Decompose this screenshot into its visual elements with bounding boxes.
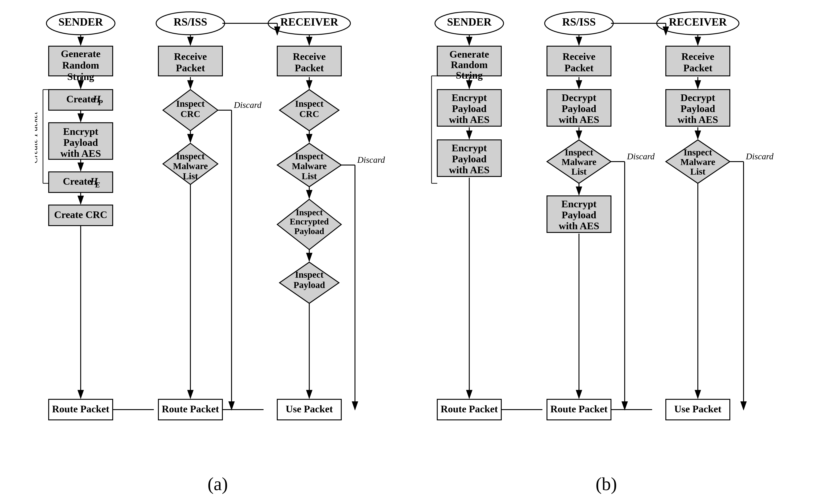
svg-text:CRC: CRC [299,109,319,119]
svg-text:Inspect: Inspect [295,270,323,280]
page: SENDER Generate Random String Create H P… [0,0,824,504]
svg-text:Use Packet: Use Packet [286,403,333,415]
svg-text:Packet: Packet [176,63,205,74]
svg-text:Payload: Payload [294,226,324,236]
svg-text:Create: Create [66,94,95,105]
svg-text:SENDER: SENDER [58,16,103,28]
svg-text:Inspect: Inspect [295,99,323,109]
svg-text:Random: Random [451,59,488,71]
svg-text:Discard: Discard [234,100,262,110]
svg-text:Use Packet: Use Packet [674,403,721,415]
flowchart-a: SENDER Generate Random String Create H P… [35,10,401,467]
svg-text:CRC: CRC [180,109,200,119]
svg-text:Payload: Payload [452,103,487,114]
svg-text:Payload: Payload [561,209,596,221]
svg-text:Route Packet: Route Packet [162,403,219,415]
svg-text:List: List [183,171,198,181]
svg-text:Random: Random [62,60,99,71]
svg-text:Encrypt: Encrypt [452,92,487,103]
svg-text:Decrypt: Decrypt [561,92,596,103]
svg-text:Encrypt: Encrypt [452,142,487,154]
svg-text:with AES: with AES [449,164,489,176]
svg-text:Receive: Receive [681,51,714,62]
svg-text:Payload: Payload [452,154,487,165]
svg-text:Encrypted: Encrypted [290,217,329,226]
svg-text:with AES: with AES [678,114,718,125]
svg-text:Generate: Generate [61,48,100,60]
svg-text:Inspect: Inspect [296,208,323,217]
svg-text:Inspect: Inspect [176,99,205,109]
svg-text:P: P [98,98,103,107]
svg-text:Inspect: Inspect [684,147,712,158]
svg-text:Payload: Payload [294,280,325,290]
svg-text:Encrypt: Encrypt [63,126,98,137]
svg-text:RS/ISS: RS/ISS [562,16,596,28]
svg-text:Packet: Packet [564,63,593,74]
svg-text:with AES: with AES [60,148,101,159]
svg-text:Receive: Receive [293,51,325,62]
svg-text:Receive: Receive [562,51,595,62]
svg-text:Payload: Payload [681,103,715,114]
svg-text:Decrypt: Decrypt [681,92,715,103]
svg-text:Payload: Payload [63,137,98,148]
svg-text:RS/ISS: RS/ISS [174,16,207,28]
svg-text:Inspect: Inspect [295,151,323,162]
svg-text:RECEIVER: RECEIVER [669,16,727,28]
diagram-b: SENDER Generate Random String Create Pac… [424,10,789,494]
svg-text:Inspect: Inspect [176,151,205,162]
caption-a: (a) [208,474,228,494]
svg-text:Packet: Packet [683,63,712,74]
svg-text:List: List [690,167,705,177]
svg-text:List: List [302,171,317,181]
svg-text:Malware: Malware [680,157,715,167]
svg-text:RECEIVER: RECEIVER [280,16,338,28]
svg-text:Packet: Packet [295,63,324,74]
diagram-a: SENDER Generate Random String Create H P… [35,10,401,494]
svg-text:with AES: with AES [449,114,489,125]
svg-text:Create CRC: Create CRC [54,209,107,220]
svg-text:Create Packet: Create Packet [35,112,39,164]
svg-text:Create: Create [63,176,91,187]
svg-text:Route Packet: Route Packet [440,403,498,415]
svg-text:Receive: Receive [174,51,207,62]
svg-text:Encrypt: Encrypt [561,198,597,210]
svg-text:with AES: with AES [558,220,599,231]
svg-text:E: E [95,181,100,189]
svg-text:Inspect: Inspect [564,147,593,158]
svg-text:Malware: Malware [292,161,327,171]
svg-text:Discard: Discard [357,155,385,165]
svg-text:Malware: Malware [561,157,596,167]
caption-b: (b) [596,474,617,494]
svg-text:Route Packet: Route Packet [52,403,109,415]
flowchart-b: SENDER Generate Random String Create Pac… [424,10,789,467]
svg-text:Payload: Payload [561,103,596,114]
svg-text:Discard: Discard [627,152,655,161]
svg-text:with AES: with AES [558,114,599,125]
svg-text:SENDER: SENDER [447,16,492,28]
svg-text:Discard: Discard [746,152,774,161]
diagrams-row: SENDER Generate Random String Create H P… [21,0,803,504]
svg-text:List: List [571,167,587,177]
svg-text:Generate: Generate [449,49,489,60]
svg-text:Route Packet: Route Packet [550,403,608,415]
svg-text:Malware: Malware [173,161,208,171]
